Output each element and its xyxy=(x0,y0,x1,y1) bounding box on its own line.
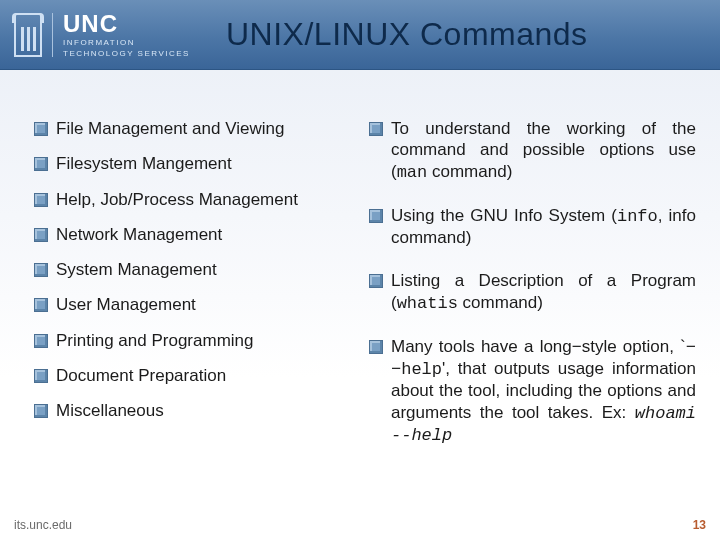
pillar-icon xyxy=(14,13,42,57)
right-column: To understand the working of the command… xyxy=(369,118,696,468)
left-column: File Management and Viewing Filesystem M… xyxy=(34,118,349,468)
list-item: To understand the working of the command… xyxy=(369,118,696,183)
slide-title: UNIX/LINUX Commands xyxy=(214,16,706,53)
list-item: Using the GNU Info System (info, info co… xyxy=(369,205,696,249)
footer-site: its.unc.edu xyxy=(14,518,72,532)
slide-body: File Management and Viewing Filesystem M… xyxy=(0,70,720,468)
code-text: whatis xyxy=(397,294,458,313)
list-item: User Management xyxy=(34,294,349,315)
text: Many tools have a long−style option, ` xyxy=(391,337,686,356)
page-number: 13 xyxy=(693,518,706,532)
brand-text: UNC INFORMATION TECHNOLOGY SERVICES xyxy=(63,12,190,58)
brand-subtitle-1: INFORMATION xyxy=(63,38,190,47)
text: Using the GNU Info System ( xyxy=(391,206,617,225)
code-text: info xyxy=(617,207,658,226)
logo-divider xyxy=(52,13,53,57)
list-item: Document Preparation xyxy=(34,365,349,386)
list-item: Miscellaneous xyxy=(34,400,349,421)
code-text: man xyxy=(397,163,428,182)
left-list: File Management and Viewing Filesystem M… xyxy=(34,118,349,421)
slide-footer: its.unc.edu 13 xyxy=(14,518,706,532)
text: command) xyxy=(427,162,512,181)
list-item: Many tools have a long−style option, `−−… xyxy=(369,336,696,446)
brand-subtitle-2: TECHNOLOGY SERVICES xyxy=(63,49,190,58)
list-item: Help, Job/Process Management xyxy=(34,189,349,210)
brand-name: UNC xyxy=(63,12,190,36)
brand-block: UNC INFORMATION TECHNOLOGY SERVICES xyxy=(14,12,214,58)
list-item: Printing and Programming xyxy=(34,330,349,351)
list-item: File Management and Viewing xyxy=(34,118,349,139)
text: command) xyxy=(458,293,543,312)
list-item: Filesystem Mangement xyxy=(34,153,349,174)
right-list: To understand the working of the command… xyxy=(369,118,696,446)
slide-header: UNC INFORMATION TECHNOLOGY SERVICES UNIX… xyxy=(0,0,720,70)
list-item: Listing a Description of a Program (what… xyxy=(369,270,696,314)
list-item: System Management xyxy=(34,259,349,280)
list-item: Network Management xyxy=(34,224,349,245)
